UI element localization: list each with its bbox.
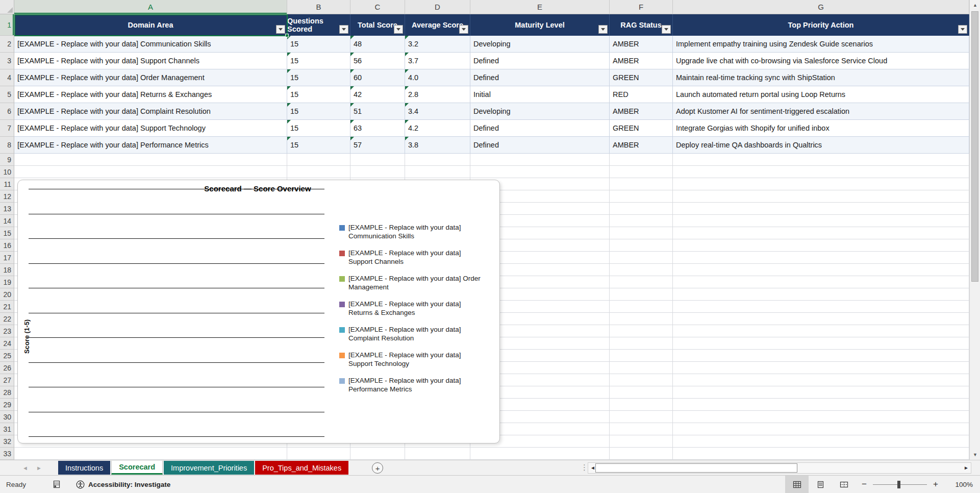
cell-G4[interactable]: Maintain real-time tracking sync with Sh… <box>673 69 969 86</box>
cell-B4[interactable]: 15 <box>287 69 350 86</box>
table-header-4[interactable]: Maturity Level <box>470 14 610 36</box>
cell-E5[interactable]: Initial <box>470 86 610 103</box>
legend-item[interactable]: [EXAMPLE - Replace with your data]Commun… <box>339 223 493 240</box>
grid-cell[interactable] <box>673 411 969 423</box>
grid-cell[interactable] <box>610 350 673 362</box>
cell-G2[interactable]: Implement empathy training using Zendesk… <box>673 36 969 53</box>
cell-B5[interactable]: 15 <box>287 86 350 103</box>
grid-cell[interactable] <box>610 337 673 350</box>
filter-dropdown-button[interactable] <box>598 25 608 34</box>
row-header-9[interactable]: 9 <box>0 154 14 166</box>
grid-cell[interactable] <box>610 325 673 337</box>
grid-cell[interactable] <box>470 154 610 166</box>
legend-item[interactable]: [EXAMPLE - Replace with your data]Perfor… <box>339 376 493 393</box>
cell-E8[interactable]: Defined <box>470 137 610 154</box>
grid-cell[interactable] <box>610 227 673 239</box>
cell-C2[interactable]: 48 <box>350 36 405 53</box>
filter-dropdown-button[interactable] <box>339 25 348 34</box>
grid-cell[interactable] <box>287 448 350 460</box>
grid-cell[interactable] <box>673 448 969 460</box>
row-header-1[interactable]: 1 <box>0 14 14 36</box>
cell-D6[interactable]: 3.4 <box>405 103 470 120</box>
grid-cell[interactable] <box>673 337 969 350</box>
zoom-slider-thumb[interactable] <box>897 481 900 488</box>
cell-E6[interactable]: Developing <box>470 103 610 120</box>
grid-cell[interactable] <box>673 178 969 190</box>
cell-A3[interactable]: [EXAMPLE - Replace with your data] Suppo… <box>14 53 287 69</box>
grid-cell[interactable] <box>287 154 350 166</box>
grid-cell[interactable] <box>673 362 969 374</box>
column-header-F[interactable]: F <box>610 0 673 14</box>
grid-cell[interactable] <box>673 386 969 399</box>
grid-cell[interactable] <box>350 166 405 178</box>
cell-E2[interactable]: Developing <box>470 36 610 53</box>
filter-dropdown-button[interactable] <box>276 25 285 34</box>
grid-cell[interactable] <box>610 362 673 374</box>
row-header-7[interactable]: 7 <box>0 120 14 137</box>
grid-cell[interactable] <box>673 374 969 386</box>
horizontal-scrollbar[interactable]: ◄ ► <box>588 462 971 474</box>
row-header-3[interactable]: 3 <box>0 53 14 69</box>
grid-cell[interactable] <box>673 190 969 203</box>
cell-C7[interactable]: 63 <box>350 120 405 137</box>
grid-cell[interactable] <box>673 239 969 252</box>
table-header-3[interactable]: Average Score <box>405 14 470 36</box>
legend-item[interactable]: [EXAMPLE - Replace with your data]Suppor… <box>339 249 493 266</box>
cell-F2[interactable]: AMBER <box>610 36 673 53</box>
cell-B7[interactable]: 15 <box>287 120 350 137</box>
grid-cell[interactable] <box>673 288 969 301</box>
row-header-26[interactable]: 26 <box>0 362 14 374</box>
legend-item[interactable]: [EXAMPLE - Replace with your data]Return… <box>339 300 493 317</box>
grid-cell[interactable] <box>610 448 673 460</box>
grid-cell[interactable] <box>610 313 673 325</box>
row-header-30[interactable]: 30 <box>0 411 14 423</box>
cell-A5[interactable]: [EXAMPLE - Replace with your data] Retur… <box>14 86 287 103</box>
row-header-11[interactable]: 11 <box>0 178 14 190</box>
column-header-G[interactable]: G <box>673 0 969 14</box>
grid-cell[interactable] <box>610 190 673 203</box>
row-header-5[interactable]: 5 <box>0 86 14 103</box>
cell-B6[interactable]: 15 <box>287 103 350 120</box>
row-header-15[interactable]: 15 <box>0 227 14 239</box>
cell-C5[interactable]: 42 <box>350 86 405 103</box>
grid-cell[interactable] <box>673 215 969 227</box>
row-header-12[interactable]: 12 <box>0 190 14 203</box>
cell-F5[interactable]: RED <box>610 86 673 103</box>
cell-E3[interactable]: Defined <box>470 53 610 69</box>
grid-cell[interactable] <box>470 166 610 178</box>
grid-cell[interactable] <box>673 350 969 362</box>
cell-B3[interactable]: 15 <box>287 53 350 69</box>
legend-item[interactable]: [EXAMPLE - Replace with your data]Suppor… <box>339 351 493 368</box>
tab-improvement-priorities[interactable]: Improvement_Priorities <box>164 461 254 475</box>
horizontal-scroll-thumb[interactable] <box>595 463 797 473</box>
cell-E7[interactable]: Defined <box>470 120 610 137</box>
cell-C4[interactable]: 60 <box>350 69 405 86</box>
grid-cell[interactable] <box>673 166 969 178</box>
row-header-28[interactable]: 28 <box>0 386 14 399</box>
grid-cell[interactable] <box>673 325 969 337</box>
cell-F3[interactable]: AMBER <box>610 53 673 69</box>
cell-E4[interactable]: Defined <box>470 69 610 86</box>
grid-cell[interactable] <box>610 203 673 215</box>
grid-cell[interactable] <box>610 399 673 411</box>
cell-G7[interactable]: Integrate Gorgias with Shopify for unifi… <box>673 120 969 137</box>
zoom-out-button[interactable]: − <box>856 479 873 489</box>
scroll-right-icon[interactable]: ► <box>964 465 969 471</box>
column-header-C[interactable]: C <box>350 0 405 14</box>
normal-view-button[interactable] <box>785 476 809 493</box>
tab-scrollbar-splitter[interactable]: ⋮ <box>581 463 588 472</box>
row-header-24[interactable]: 24 <box>0 337 14 350</box>
cell-C3[interactable]: 56 <box>350 53 405 69</box>
grid-cell[interactable] <box>405 448 470 460</box>
cell-A4[interactable]: [EXAMPLE - Replace with your data] Order… <box>14 69 287 86</box>
grid-cell[interactable] <box>610 411 673 423</box>
table-header-5[interactable]: RAG Status <box>610 14 673 36</box>
table-header-0[interactable]: Domain Area <box>14 14 287 36</box>
row-header-25[interactable]: 25 <box>0 350 14 362</box>
table-header-6[interactable]: Top Priority Action <box>673 14 969 36</box>
grid-cell[interactable] <box>470 448 610 460</box>
scroll-down-icon[interactable]: ▼ <box>970 452 980 457</box>
grid-cell[interactable] <box>673 227 969 239</box>
grid-cell[interactable] <box>673 423 969 435</box>
row-header-29[interactable]: 29 <box>0 399 14 411</box>
